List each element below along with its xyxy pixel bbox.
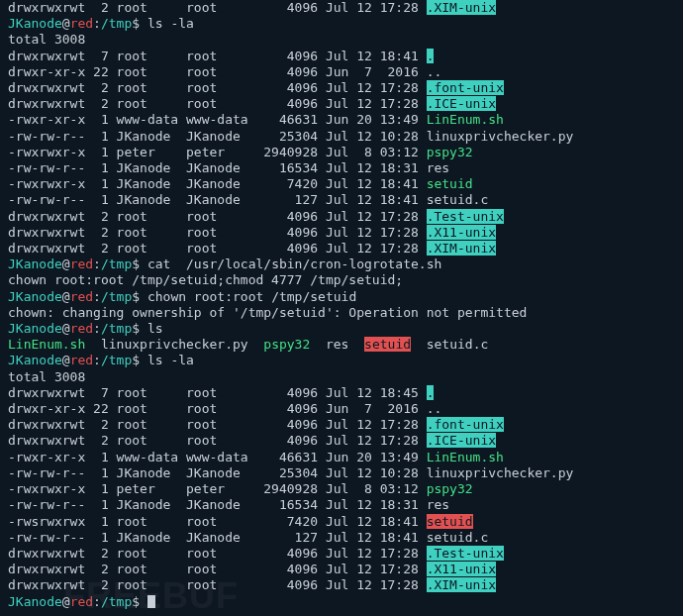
ls-row: drwxr-xr-x 22 root root 4096 Jun 7 2016 …	[8, 64, 675, 80]
ls-row: drwxrwxrwt 2 root root 4096 Jul 12 17:28…	[8, 225, 675, 241]
ls-filename: res	[427, 497, 449, 512]
ls-row: -rw-rw-r-- 1 JKanode JKanode 127 Jul 12 …	[8, 530, 675, 546]
ls-cols: -rwxr-xr-x 1 www-data www-data 46631 Jun…	[8, 450, 427, 464]
command-line: JKanode@red:/tmp$ ls -la	[8, 16, 675, 32]
prompt-colon: :	[93, 16, 101, 31]
ls-cols: -rw-rw-r-- 1 JKanode JKanode 16534 Jul 1…	[8, 160, 427, 175]
terminal[interactable]: drwxrwxrwt 2 root root 4096 Jul 12 17:28…	[8, 0, 675, 610]
prompt-dollar: $	[132, 16, 147, 31]
command-line: JKanode@red:/tmp$ cat /usr/local/sbin/cr…	[8, 257, 675, 272]
ls-row: drwxr-xr-x 22 root root 4096 Jun 7 2016 …	[8, 401, 675, 417]
ls-cols: drwxr-xr-x 22 root root 4096 Jun 7 2016	[8, 401, 427, 416]
ls-filename: linuxprivchecker.py	[427, 465, 574, 480]
ls-row: -rwxrwxr-x 1 JKanode JKanode 7420 Jul 12…	[8, 176, 675, 192]
ls-filename: .font-unix	[427, 80, 504, 95]
prompt-colon: :	[93, 289, 101, 304]
ls-row: -rw-rw-r-- 1 JKanode JKanode 127 Jul 12 …	[8, 192, 675, 208]
ls-cols: drwxrwxrwt 2 root root 4096 Jul 12 17:28	[8, 80, 427, 95]
command-text: cat /usr/local/sbin/cron-logrotate.sh	[147, 257, 441, 271]
prompt-user: JKanode	[8, 353, 62, 367]
ls-cols: drwxr-xr-x 22 root root 4096 Jun 7 2016	[8, 64, 427, 79]
ls-filename: .Test-unix	[427, 546, 504, 561]
prompt-dollar: $	[132, 289, 147, 304]
ls-row: -rwxr-xr-x 1 www-data www-data 46631 Jun…	[8, 112, 675, 128]
ls-cols: -rwsrwxrwx 1 root root 7420 Jul 12 18:41	[8, 514, 427, 529]
command-text: chown root:root /tmp/setuid	[147, 289, 356, 304]
ls-filename: .X11-unix	[427, 225, 496, 240]
prompt-user: JKanode	[8, 594, 62, 609]
prompt-path: /tmp	[101, 289, 132, 304]
ls-filename: .ICE-unix	[427, 433, 496, 448]
ls-filename: res	[427, 160, 449, 175]
prompt-path: /tmp	[101, 16, 132, 31]
ls-total: total 3008	[8, 32, 675, 48]
ls-row: -rwxrwxr-x 1 peter peter 2940928 Jul 8 0…	[8, 481, 675, 497]
ls-cols: drwxrwxrwt 2 root root 4096 Jul 12 17:28	[8, 433, 427, 448]
ls-cols: -rwxr-xr-x 1 www-data www-data 46631 Jun…	[8, 112, 427, 127]
ls-filename: setuid	[427, 514, 473, 529]
ls-short-item: res	[326, 337, 348, 352]
ls-filename: .XIM-unix	[427, 241, 496, 256]
prompt-dollar: $	[132, 257, 147, 271]
ls-filename: LinEnum.sh	[427, 450, 504, 464]
ls-filename: .	[427, 385, 435, 400]
ls-row: drwxrwxrwt 2 root root 4096 Jul 12 17:28…	[8, 417, 675, 433]
ls-filename: .ICE-unix	[427, 96, 496, 111]
prompt-path: /tmp	[101, 321, 132, 336]
ls-row: drwxrwxrwt 2 root root 4096 Jul 12 17:28…	[8, 546, 675, 562]
command-text: ls -la	[147, 353, 194, 367]
ls-filename: ..	[427, 401, 442, 416]
prompt-at: @	[62, 353, 70, 367]
prompt-user: JKanode	[8, 289, 62, 304]
command-text: ls -la	[147, 16, 194, 31]
ls-filename: pspy32	[427, 145, 473, 159]
prompt-host: red	[70, 257, 93, 271]
ls-cols: -rw-rw-r-- 1 JKanode JKanode 16534 Jul 1…	[8, 497, 427, 512]
ls-row: -rw-rw-r-- 1 JKanode JKanode 25304 Jul 1…	[8, 129, 675, 145]
ls-short-item: setuid	[364, 337, 411, 352]
ls-cols: -rwxrwxr-x 1 peter peter 2940928 Jul 8 0…	[8, 481, 427, 496]
ls-filename: .XIM-unix	[427, 0, 496, 15]
ls-cols: drwxrwxrwt 2 root root 4096 Jul 12 17:28	[8, 225, 427, 240]
ls-filename: ..	[427, 64, 442, 79]
ls-cols: -rw-rw-r-- 1 JKanode JKanode 127 Jul 12 …	[8, 530, 427, 545]
ls-short-item: setuid.c	[427, 337, 489, 352]
ls-filename: .font-unix	[427, 417, 504, 432]
ls-row: -rw-rw-r-- 1 JKanode JKanode 16534 Jul 1…	[8, 497, 675, 513]
command-line: JKanode@red:/tmp$ chown root:root /tmp/s…	[8, 289, 675, 305]
prompt-path: /tmp	[101, 353, 132, 367]
ls-cols: drwxrwxrwt 7 root root 4096 Jul 12 18:41	[8, 49, 427, 63]
ls-filename: setuid	[427, 176, 473, 191]
ls-cols: drwxrwxrwt 2 root root 4096 Jul 12 17:28	[8, 562, 427, 576]
prompt-user: JKanode	[8, 321, 62, 336]
ls-row: drwxrwxrwt 2 root root 4096 Jul 12 17:28…	[8, 80, 675, 96]
prompt-colon: :	[93, 321, 101, 336]
ls-filename: setuid.c	[427, 530, 489, 545]
ls-cols: drwxrwxrwt 2 root root 4096 Jul 12 17:28	[8, 96, 427, 111]
ls-total: total 3008	[8, 369, 675, 385]
ls-cols: -rwxrwxr-x 1 JKanode JKanode 7420 Jul 12…	[8, 176, 427, 191]
cat-output: chown root:root /tmp/setuid;chmod 4777 /…	[8, 272, 675, 288]
ls-cols: drwxrwxrwt 2 root root 4096 Jul 12 17:28	[8, 209, 427, 224]
ls-filename: LinEnum.sh	[427, 112, 504, 127]
prompt-user: JKanode	[8, 16, 62, 31]
command-text: ls	[147, 321, 163, 336]
ls-row: drwxrwxrwt 2 root root 4096 Jul 12 17:28…	[8, 0, 675, 16]
ls-short: LinEnum.sh linuxprivchecker.py pspy32 re…	[8, 337, 675, 353]
prompt-host: red	[70, 289, 93, 304]
prompt-host: red	[70, 321, 93, 336]
ls-row: drwxrwxrwt 7 root root 4096 Jul 12 18:41…	[8, 49, 675, 64]
ls-cols: -rw-rw-r-- 1 JKanode JKanode 25304 Jul 1…	[8, 465, 427, 480]
ls-short-item: pspy32	[263, 337, 310, 352]
ls-row: -rw-rw-r-- 1 JKanode JKanode 16534 Jul 1…	[8, 160, 675, 176]
prompt-dollar: $	[132, 353, 147, 367]
ls-filename: .	[427, 49, 435, 63]
prompt-user: JKanode	[8, 257, 62, 271]
ls-row: drwxrwxrwt 7 root root 4096 Jul 12 18:45…	[8, 385, 675, 401]
ls-row: drwxrwxrwt 2 root root 4096 Jul 12 17:28…	[8, 209, 675, 225]
ls-filename: linuxprivchecker.py	[427, 129, 574, 144]
ls-cols: drwxrwxrwt 2 root root 4096 Jul 12 17:28	[8, 546, 427, 561]
prompt-path: /tmp	[101, 257, 132, 271]
ls-short-item: LinEnum.sh	[8, 337, 85, 352]
ls-cols: drwxrwxrwt 7 root root 4096 Jul 12 18:45	[8, 385, 427, 400]
